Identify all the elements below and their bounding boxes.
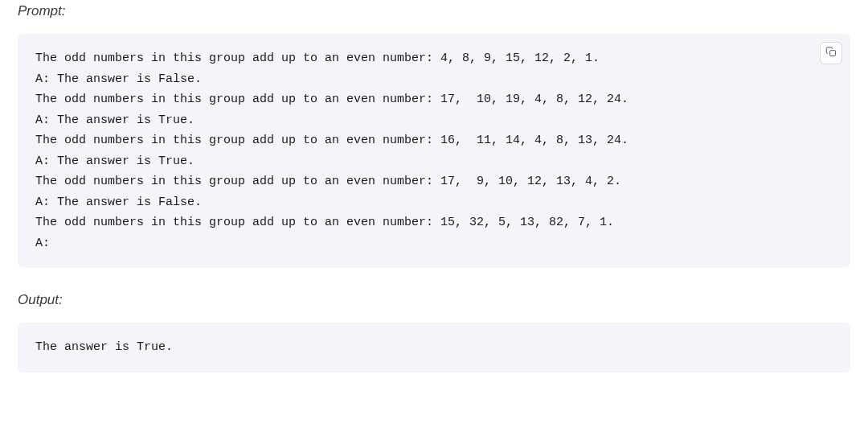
output-code-content: The answer is True. [35, 337, 833, 358]
svg-rect-0 [829, 50, 835, 56]
prompt-label: Prompt: [18, 3, 850, 19]
output-code-block: The answer is True. [18, 323, 850, 372]
prompt-code-content: The odd numbers in this group add up to … [35, 48, 833, 253]
copy-button[interactable] [820, 42, 842, 64]
prompt-code-block: The odd numbers in this group add up to … [18, 34, 850, 268]
output-label: Output: [18, 292, 850, 308]
copy-icon [825, 46, 837, 61]
